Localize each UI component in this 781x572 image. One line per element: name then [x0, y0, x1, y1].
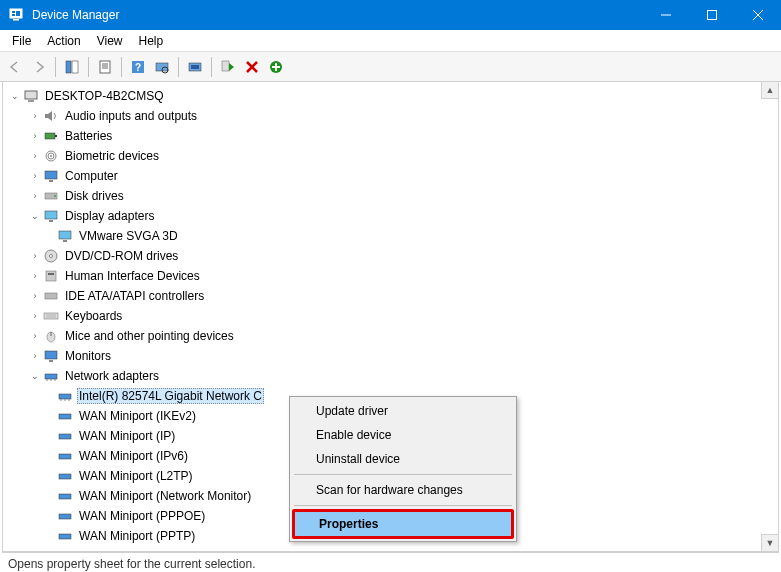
svg-rect-62 [59, 494, 71, 499]
tree-node-label: WAN Miniport (L2TP) [77, 468, 195, 484]
tree-node-label: DESKTOP-4B2CMSQ [43, 88, 165, 104]
tree-node-biometric[interactable]: ›Biometric devices [3, 146, 761, 166]
svg-rect-64 [59, 534, 71, 539]
chevron-right-icon[interactable]: › [29, 310, 41, 322]
tree-node-label: Disk drives [63, 188, 126, 204]
maximize-button[interactable] [689, 0, 735, 30]
add-hardware-button[interactable] [265, 56, 287, 78]
close-button[interactable] [735, 0, 781, 30]
svg-rect-34 [45, 211, 57, 219]
fingerprint-icon [43, 148, 59, 164]
forward-button[interactable] [28, 56, 50, 78]
client-area: ▲ ▼ ⌄ DESKTOP-4B2CMSQ ›Audio inputs and … [2, 82, 779, 552]
show-hide-tree-button[interactable] [61, 56, 83, 78]
ctx-scan-hardware[interactable]: Scan for hardware changes [292, 478, 514, 502]
scroll-up-button[interactable]: ▲ [761, 82, 778, 99]
chevron-right-icon[interactable]: › [29, 110, 41, 122]
monitor-icon [43, 168, 59, 184]
tree-node-keyboards[interactable]: ›Keyboards [3, 306, 761, 326]
network-adapter-icon [57, 408, 73, 424]
chevron-right-icon[interactable]: › [29, 250, 41, 262]
svg-rect-20 [191, 65, 199, 69]
tree-node-vmware[interactable]: VMware SVGA 3D [3, 226, 761, 246]
chevron-down-icon[interactable]: ⌄ [9, 90, 21, 102]
chevron-right-icon[interactable]: › [29, 170, 41, 182]
ctx-separator [294, 505, 512, 506]
chevron-right-icon[interactable]: › [29, 190, 41, 202]
properties-button[interactable] [94, 56, 116, 78]
svg-rect-3 [16, 11, 20, 16]
tree-node-computer[interactable]: ›Computer [3, 166, 761, 186]
tree-node-display[interactable]: ⌄Display adapters [3, 206, 761, 226]
svg-rect-31 [49, 180, 53, 182]
update-driver-button[interactable] [184, 56, 206, 78]
tree-node-ide[interactable]: ›IDE ATA/ATAPI controllers [3, 286, 761, 306]
chevron-right-icon[interactable]: › [29, 150, 41, 162]
ctx-enable-device[interactable]: Enable device [292, 423, 514, 447]
back-button[interactable] [4, 56, 26, 78]
help-button[interactable]: ? [127, 56, 149, 78]
menu-view[interactable]: View [89, 32, 131, 50]
monitor-icon [43, 348, 59, 364]
scroll-down-button[interactable]: ▼ [761, 534, 778, 551]
tree-node-network[interactable]: ⌄Network adapters [3, 366, 761, 386]
chevron-right-icon[interactable]: › [29, 330, 41, 342]
status-bar: Opens property sheet for the current sel… [2, 552, 779, 572]
menu-file[interactable]: File [4, 32, 39, 50]
network-adapter-icon [57, 448, 73, 464]
context-menu: Update driver Enable device Uninstall de… [289, 396, 517, 542]
menu-action[interactable]: Action [39, 32, 88, 50]
uninstall-device-button[interactable] [241, 56, 263, 78]
tree-node-batteries[interactable]: ›Batteries [3, 126, 761, 146]
svg-rect-58 [59, 414, 71, 419]
ctx-uninstall-device[interactable]: Uninstall device [292, 447, 514, 471]
tree-node-label: WAN Miniport (Network Monitor) [77, 488, 253, 504]
chevron-right-icon[interactable]: › [29, 290, 41, 302]
tree-node-audio[interactable]: ›Audio inputs and outputs [3, 106, 761, 126]
chevron-right-icon[interactable]: › [29, 350, 41, 362]
app-icon [8, 7, 24, 23]
svg-rect-36 [59, 231, 71, 239]
tree-node-dvd[interactable]: ›DVD/CD-ROM drives [3, 246, 761, 266]
tree-node-mice[interactable]: ›Mice and other pointing devices [3, 326, 761, 346]
tree-node-label: Human Interface Devices [63, 268, 202, 284]
display-adapter-icon [43, 208, 59, 224]
network-adapter-icon [43, 368, 59, 384]
tree-root[interactable]: ⌄ DESKTOP-4B2CMSQ [3, 86, 761, 106]
chevron-right-icon[interactable]: › [29, 270, 41, 282]
toolbar-separator [88, 57, 89, 77]
svg-point-29 [50, 155, 52, 157]
network-adapter-icon [57, 488, 73, 504]
network-adapter-icon [57, 388, 73, 404]
menu-help[interactable]: Help [131, 32, 172, 50]
tree-node-monitors[interactable]: ›Monitors [3, 346, 761, 366]
ctx-separator [294, 474, 512, 475]
toolbar-separator [211, 57, 212, 77]
tree-node-label: Display adapters [63, 208, 156, 224]
svg-rect-9 [66, 61, 71, 73]
svg-rect-42 [45, 293, 57, 299]
chevron-down-icon[interactable]: ⌄ [29, 210, 41, 222]
chevron-down-icon[interactable]: ⌄ [29, 370, 41, 382]
network-adapter-icon [57, 528, 73, 544]
svg-point-33 [54, 195, 56, 197]
svg-rect-50 [45, 374, 57, 379]
speaker-icon [43, 108, 59, 124]
ctx-update-driver[interactable]: Update driver [292, 399, 514, 423]
tree-node-hid[interactable]: ›Human Interface Devices [3, 266, 761, 286]
svg-rect-54 [59, 394, 71, 399]
highlight-annotation: Properties [292, 509, 514, 539]
toolbar-separator [55, 57, 56, 77]
tree-node-label: Intel(R) 82574L Gigabit Network C [77, 388, 264, 404]
tree-node-label: Monitors [63, 348, 113, 364]
minimize-button[interactable] [643, 0, 689, 30]
svg-rect-63 [59, 514, 71, 519]
svg-rect-11 [100, 61, 110, 73]
chevron-right-icon[interactable]: › [29, 130, 41, 142]
ctx-properties[interactable]: Properties [295, 512, 511, 536]
tree-node-label: IDE ATA/ATAPI controllers [63, 288, 206, 304]
title-bar: Device Manager [0, 0, 781, 30]
scan-hardware-button[interactable] [151, 56, 173, 78]
enable-device-button[interactable] [217, 56, 239, 78]
tree-node-disk[interactable]: ›Disk drives [3, 186, 761, 206]
